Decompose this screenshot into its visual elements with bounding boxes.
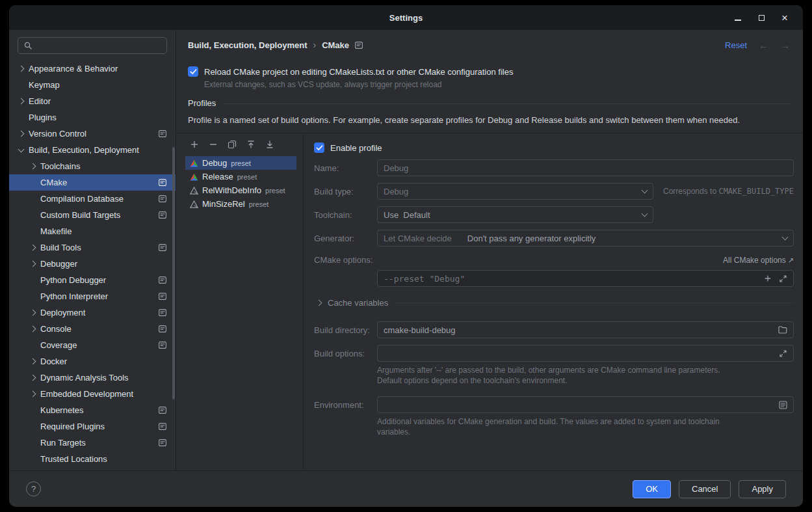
sidebar-item-debugger[interactable]: Debugger: [9, 256, 176, 272]
env-variables-icon[interactable]: [779, 401, 787, 409]
sidebar-item-makefile[interactable]: Makefile: [9, 223, 176, 239]
project-level-icon: [159, 276, 166, 284]
chevron-right-icon[interactable]: [18, 66, 25, 72]
add-option-icon[interactable]: [764, 275, 772, 282]
generator-select[interactable]: Let CMake decide Don't pass any generato…: [377, 230, 794, 247]
build-directory-row: Build directory: cmake-build-debug: [314, 321, 794, 338]
build-type-select[interactable]: Debug: [377, 183, 653, 200]
sidebar-item-label: Kubernetes: [40, 405, 84, 415]
sidebar-item-console[interactable]: Console: [9, 321, 176, 337]
chevron-right-icon[interactable]: [30, 358, 36, 365]
breadcrumb-item-parent[interactable]: Build, Execution, Deployment: [188, 40, 307, 50]
toolchain-select[interactable]: Use Default: [377, 206, 653, 223]
apply-button[interactable]: Apply: [739, 480, 786, 498]
add-profile-button[interactable]: [190, 140, 199, 149]
toolchain-row: Toolchain: Use Default: [314, 206, 794, 223]
external-link-icon: ↗: [788, 256, 794, 264]
sidebar-item-python-debugger[interactable]: Python Debugger: [9, 272, 176, 288]
chevron-right-icon[interactable]: [30, 261, 36, 267]
sidebar-item-required-plugins[interactable]: Required Plugins: [9, 418, 176, 435]
chevron-right-icon[interactable]: [30, 391, 36, 397]
enable-profile-row: Enable profile: [314, 142, 794, 153]
chevron-right-icon[interactable]: [30, 245, 36, 251]
ok-button[interactable]: OK: [633, 480, 671, 498]
sidebar-item-run-targets[interactable]: Run Targets: [9, 435, 176, 451]
sidebar-item-label: Required Plugins: [40, 422, 105, 431]
project-level-icon: [159, 130, 166, 137]
sidebar-item-dynamic-analysis-tools[interactable]: Dynamic Analysis Tools: [9, 370, 176, 386]
search-icon: [23, 41, 33, 50]
search-box[interactable]: [18, 37, 167, 54]
reset-link[interactable]: Reset: [725, 40, 747, 50]
sidebar-item-trusted-locations[interactable]: Trusted Locations: [9, 451, 176, 467]
chevron-right-icon[interactable]: [30, 326, 36, 332]
sidebar-item-custom-build-targets[interactable]: Custom Build Targets: [9, 207, 176, 223]
sidebar-item-kubernetes[interactable]: Kubernetes: [9, 402, 176, 418]
sidebar-scrollbar[interactable]: [172, 147, 175, 399]
generator-hint: Don't pass any generator explicitly: [467, 234, 596, 243]
chevron-down-icon: [642, 210, 648, 217]
reload-checkbox[interactable]: [188, 66, 198, 77]
sidebar-item-compilation-database[interactable]: Compilation Database: [9, 191, 176, 207]
build-options-hint-1: Arguments after '--' are passed to the b…: [377, 365, 794, 375]
sidebar-item-cmake[interactable]: CMake: [9, 174, 176, 191]
environment-field[interactable]: [377, 396, 794, 413]
help-button[interactable]: ?: [26, 481, 41, 496]
cmake-options-actions: [764, 275, 787, 283]
enable-profile-checkbox[interactable]: [314, 142, 324, 153]
sidebar-item-embedded-development[interactable]: Embedded Development: [9, 386, 176, 402]
generator-value: Let CMake decide: [384, 234, 452, 243]
sidebar-item-toolchains[interactable]: Toolchains: [9, 158, 176, 174]
folder-icon[interactable]: [778, 326, 787, 334]
sidebar-item-coverage[interactable]: Coverage: [9, 337, 176, 353]
maximize-button[interactable]: [753, 10, 769, 25]
environment-hint-2: variables.: [377, 427, 794, 437]
search-input[interactable]: [36, 40, 161, 51]
sidebar-item-editor[interactable]: Editor: [9, 93, 176, 109]
sidebar-item-keymap[interactable]: Keymap: [9, 77, 176, 93]
chevron-right-icon[interactable]: [30, 375, 36, 381]
cmake-options-field[interactable]: --preset "Debug": [377, 270, 794, 287]
sidebar-item-label: Dynamic Analysis Tools: [40, 373, 129, 383]
sidebar-item-appearance-behavior[interactable]: Appearance & Behavior: [9, 61, 176, 77]
chevron-right-icon[interactable]: [18, 131, 25, 137]
cmake-profile-icon: [190, 187, 198, 195]
forward-arrow-icon[interactable]: →: [780, 40, 790, 50]
sidebar-item-deployment[interactable]: Deployment: [9, 304, 176, 321]
content-header: Build, Execution, Deployment › CMake Res…: [176, 30, 803, 60]
expand-editor-icon[interactable]: [779, 275, 787, 283]
profiles-panel: DebugpresetReleasepresetRelWithDebInfopr…: [176, 133, 803, 470]
cancel-button[interactable]: Cancel: [679, 480, 731, 498]
chevron-right-icon[interactable]: [30, 163, 36, 170]
build-options-field[interactable]: [377, 345, 794, 362]
profile-list-pane: DebugpresetReleasepresetRelWithDebInfopr…: [176, 133, 304, 470]
move-up-button[interactable]: [246, 140, 255, 149]
cache-variables-toggle[interactable]: Cache variables: [314, 298, 794, 308]
minimize-button[interactable]: [730, 10, 746, 25]
back-arrow-icon[interactable]: ←: [759, 40, 768, 50]
close-button[interactable]: ×: [777, 10, 792, 25]
sidebar-item-docker[interactable]: Docker: [9, 353, 176, 370]
profile-item-relwithdebinfo[interactable]: RelWithDebInfopreset: [185, 183, 296, 197]
chevron-down-icon[interactable]: [18, 146, 25, 153]
profile-name: Debug: [202, 158, 227, 168]
profile-item-release[interactable]: Releasepreset: [185, 170, 296, 183]
sidebar-item-python-interpreter[interactable]: Python Interpreter: [9, 288, 176, 304]
chevron-right-icon[interactable]: [18, 98, 25, 105]
sidebar-item-build-tools[interactable]: Build Tools: [9, 239, 176, 256]
copy-profile-button[interactable]: [228, 140, 237, 149]
expand-editor-icon[interactable]: [779, 349, 787, 358]
sidebar-item-version-control[interactable]: Version Control: [9, 126, 176, 142]
all-cmake-options-link[interactable]: All CMake options↗: [723, 256, 794, 265]
chevron-right-icon[interactable]: [30, 310, 36, 316]
name-field[interactable]: Debug: [377, 159, 794, 176]
sidebar-item-build-execution-deployment[interactable]: Build, Execution, Deployment: [9, 142, 176, 158]
breadcrumb-item-current[interactable]: CMake: [322, 40, 349, 50]
profile-item-debug[interactable]: Debugpreset: [185, 156, 296, 170]
move-down-button[interactable]: [265, 140, 274, 149]
build-directory-field[interactable]: cmake-build-debug: [377, 321, 794, 338]
sidebar-item-plugins[interactable]: Plugins: [9, 109, 176, 126]
remove-profile-button[interactable]: [209, 140, 218, 149]
environment-hint-1: Additional variables for CMake generatio…: [377, 416, 794, 427]
profile-item-minsizerel[interactable]: MinSizeRelpreset: [185, 197, 296, 211]
